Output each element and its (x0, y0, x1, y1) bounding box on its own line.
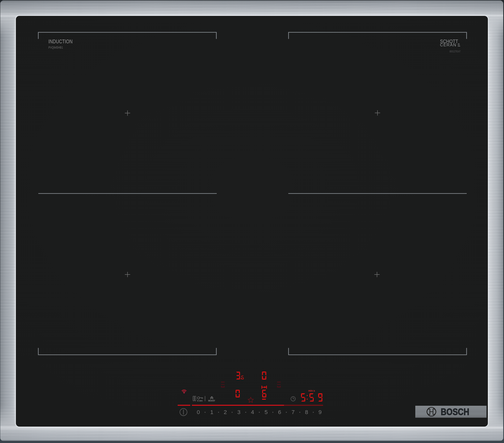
svg-text:BOOST: BOOST (208, 399, 215, 402)
svg-text:6: 6 (278, 409, 281, 415)
svg-text:1: 1 (210, 409, 213, 415)
svg-text:PVQ645HB1: PVQ645HB1 (48, 46, 63, 49)
svg-text:4: 4 (251, 409, 254, 415)
svg-text:5: 5 (265, 409, 268, 415)
svg-text:0: 0 (197, 409, 200, 415)
svg-text:8001279147: 8001279147 (450, 50, 461, 53)
svg-text:INDUCTION: INDUCTION (48, 39, 73, 45)
svg-text:min:s: min:s (308, 389, 315, 392)
svg-text:7: 7 (292, 409, 295, 415)
svg-text:2: 2 (224, 409, 227, 415)
svg-text:BOSCH: BOSCH (441, 407, 469, 417)
svg-text:8: 8 (305, 409, 308, 415)
svg-text:®: ® (458, 43, 460, 46)
svg-text:CERAN: CERAN (440, 43, 456, 47)
svg-text:3: 3 (237, 409, 241, 415)
svg-text:9: 9 (319, 409, 322, 415)
svg-text:4 sec: 4 sec (197, 399, 203, 402)
